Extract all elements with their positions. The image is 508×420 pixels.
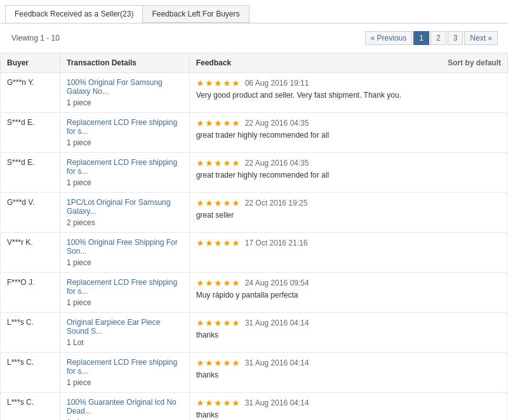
transaction-cell: Replacement LCD Free shipping for s...1 … — [60, 353, 190, 393]
feedback-cell: ★★★★★17 Oct 2016 21:16 — [189, 233, 507, 273]
star-rating: ★★★★★ — [196, 118, 240, 128]
sort-label: Sort by default — [448, 58, 501, 67]
col-feedback-header: Feedback Sort by default — [189, 53, 507, 73]
table-row: L***s C.Original Earpiece Ear Piece Soun… — [1, 313, 508, 353]
page-2-button[interactable]: 2 — [431, 31, 446, 45]
transaction-link[interactable]: 100% Original Free Shipping For Son... — [67, 238, 183, 256]
feedback-text: great trader highly recommended for all — [196, 131, 501, 140]
buyer-cell: V***r K. — [1, 233, 60, 273]
feedback-text: Muy rápido y pantalla perfecta — [196, 291, 501, 299]
transaction-qty: 2 pieces — [67, 218, 95, 227]
feedback-cell: ★★★★★22 Aug 2016 04:35great trader highl… — [189, 153, 507, 193]
feedback-cell: ★★★★★22 Oct 2016 19:25great seller — [189, 193, 507, 233]
transaction-link[interactable]: 100% Original For Samsung Galaxy No... — [67, 78, 183, 96]
transaction-link[interactable]: Replacement LCD Free shipping for s... — [67, 158, 183, 176]
tab-left[interactable]: Feedback Left For Buyers — [142, 5, 249, 23]
feedback-cell: ★★★★★22 Aug 2016 04:35great trader highl… — [189, 113, 507, 153]
pagination: « Previous 1 2 3 Next » — [360, 27, 503, 49]
transaction-cell: Replacement LCD Free shipping for s...1 … — [60, 153, 190, 193]
transaction-qty: 1 piece — [67, 378, 91, 387]
transaction-cell: 100% Original Free Shipping For Son...1 … — [60, 233, 190, 273]
feedback-date: 31 Aug 2016 04:14 — [245, 358, 309, 367]
transaction-cell: Replacement LCD Free shipping for s...1 … — [60, 113, 190, 153]
transaction-cell: Original Earpiece Ear Piece Sound S...1 … — [60, 313, 190, 353]
star-rating: ★★★★★ — [196, 398, 240, 408]
feedback-date: 31 Aug 2016 04:14 — [245, 398, 309, 407]
transaction-cell: 100% Original For Samsung Galaxy No...1 … — [60, 73, 190, 113]
star-rating: ★★★★★ — [196, 78, 240, 88]
next-page-button[interactable]: Next » — [464, 31, 498, 45]
star-rating: ★★★★★ — [196, 358, 240, 368]
transaction-cell: 100% Guarantee Original lcd No Dead...1 … — [60, 393, 190, 421]
feedback-date: 22 Aug 2016 04:35 — [245, 159, 309, 167]
feedback-text: thanks — [196, 371, 501, 379]
transaction-qty: 1 piece — [67, 98, 91, 107]
transaction-link[interactable]: 1PC/Lot Original For Samsung Galaxy... — [67, 198, 183, 216]
table-row: L***s C.100% Guarantee Original lcd No D… — [1, 393, 508, 421]
page-3-button[interactable]: 3 — [448, 31, 464, 45]
table-row: S***d E.Replacement LCD Free shipping fo… — [1, 113, 508, 153]
buyer-cell: G***d V. — [1, 193, 60, 233]
feedback-text: great trader highly recommended for all — [196, 171, 501, 180]
transaction-qty: 1 piece — [67, 258, 91, 267]
star-rating: ★★★★★ — [196, 158, 240, 168]
table-row: F***O J.Replacement LCD Free shipping fo… — [1, 273, 508, 313]
star-rating: ★★★★★ — [196, 198, 240, 208]
buyer-cell: S***d E. — [1, 113, 60, 153]
transaction-cell: Replacement LCD Free shipping for s...1 … — [60, 273, 190, 313]
feedback-cell: ★★★★★31 Aug 2016 04:14thanks — [189, 393, 507, 421]
feedback-cell: ★★★★★31 Aug 2016 04:14thanks — [189, 353, 507, 393]
buyer-cell: L***s C. — [1, 353, 60, 393]
table-row: G***n Y.100% Original For Samsung Galaxy… — [1, 73, 508, 113]
feedback-text: thanks — [196, 410, 501, 419]
transaction-link[interactable]: Replacement LCD Free shipping for s... — [67, 118, 183, 136]
table-row: L***s C.Replacement LCD Free shipping fo… — [1, 353, 508, 393]
feedback-cell: ★★★★★06 Aug 2016 19:11Very good product … — [189, 73, 507, 113]
buyer-cell: L***s C. — [1, 393, 60, 421]
tab-received[interactable]: Feedback Received as a Seller(23) — [5, 5, 143, 23]
star-rating: ★★★★★ — [196, 318, 240, 328]
transaction-link[interactable]: Original Earpiece Ear Piece Sound S... — [67, 318, 183, 336]
transaction-link[interactable]: 100% Guarantee Original lcd No Dead... — [67, 398, 183, 416]
buyer-cell: S***d E. — [1, 153, 60, 193]
page-1-button[interactable]: 1 — [413, 31, 429, 45]
buyer-cell: F***O J. — [1, 273, 60, 313]
prev-page-button[interactable]: « Previous — [365, 31, 413, 45]
feedback-date: 24 Aug 2016 09:54 — [245, 279, 309, 287]
col-transaction: Transaction Details — [60, 53, 190, 73]
feedback-date: 22 Aug 2016 04:35 — [245, 119, 309, 128]
col-buyer: Buyer — [1, 53, 60, 73]
table-row: V***r K.100% Original Free Shipping For … — [1, 233, 508, 273]
feedback-date: 06 Aug 2016 19:11 — [245, 79, 309, 88]
transaction-qty: 1 piece — [67, 178, 91, 187]
transaction-qty: 1 piece — [67, 138, 91, 147]
feedback-table: Buyer Transaction Details Feedback Sort … — [0, 53, 508, 420]
table-row: G***d V.1PC/Lot Original For Samsung Gal… — [1, 193, 508, 233]
feedback-text: great seller — [196, 211, 501, 220]
feedback-cell: ★★★★★24 Aug 2016 09:54Muy rápido y panta… — [189, 273, 507, 313]
viewing-info: Viewing 1 - 10 — [5, 29, 66, 48]
table-row: S***d E.Replacement LCD Free shipping fo… — [1, 153, 508, 193]
feedback-cell: ★★★★★31 Aug 2016 04:14thanks — [189, 313, 507, 353]
buyer-cell: L***s C. — [1, 313, 60, 353]
tabs-container: Feedback Received as a Seller(23) Feedba… — [0, 0, 508, 23]
feedback-date: 17 Oct 2016 21:16 — [245, 239, 308, 247]
transaction-qty: 1 piece — [67, 298, 91, 307]
star-rating: ★★★★★ — [196, 238, 240, 248]
feedback-label: Feedback — [196, 58, 231, 67]
transaction-cell: 1PC/Lot Original For Samsung Galaxy...2 … — [60, 193, 190, 233]
feedback-date: 31 Aug 2016 04:14 — [245, 318, 309, 327]
feedback-text: Very good product and seller. Very fast … — [196, 91, 501, 100]
feedback-text: thanks — [196, 331, 501, 339]
buyer-cell: G***n Y. — [1, 73, 60, 113]
transaction-link[interactable]: Replacement LCD Free shipping for s... — [67, 358, 183, 376]
feedback-date: 22 Oct 2016 19:25 — [245, 199, 308, 207]
star-rating: ★★★★★ — [196, 278, 240, 288]
transaction-link[interactable]: Replacement LCD Free shipping for s... — [67, 278, 183, 296]
transaction-qty: 1 Lot — [67, 338, 84, 347]
